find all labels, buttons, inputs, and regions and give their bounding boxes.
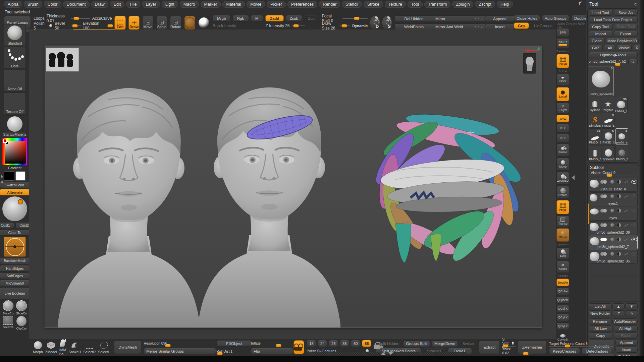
tool-thumb-r2c[interactable]: 6PM3D_S <box>602 128 615 144</box>
frame-button[interactable]: Frame <box>556 144 569 157</box>
material-selector[interactable]: StartupMateria <box>4 115 26 137</box>
goz-visible-button[interactable]: Visible <box>617 45 632 51</box>
visibility-eye-icon[interactable] <box>631 209 637 213</box>
brush-icon[interactable] <box>624 224 628 226</box>
move-out-folder-button[interactable]: ↱ <box>613 310 625 316</box>
softedges-button[interactable]: SoftEdges <box>0 273 30 279</box>
menu-tool[interactable]: Tool <box>408 1 423 8</box>
subtool-row-sphere35[interactable]: pm3d_sphere3d2_35 <box>589 250 638 264</box>
select-rect-button[interactable]: SelectR <box>84 341 96 354</box>
focal-shift-slider[interactable] <box>342 18 368 19</box>
menu-stroke[interactable]: Stroke <box>364 1 383 8</box>
imm-brush-button[interactable]: 14IMM Ba <box>59 339 66 356</box>
tool-thumb-simplebrush[interactable]: SSimpleB <box>589 113 601 128</box>
polypaint-icon[interactable] <box>600 223 608 227</box>
lightbox-tools-button[interactable]: Lightbox▶Tools <box>589 52 638 58</box>
zcut-button[interactable]: Zcut <box>304 15 319 21</box>
document-canvas[interactable] <box>45 46 542 328</box>
paint-sphere[interactable] <box>2 196 27 221</box>
groups-split-bottom-button[interactable]: Groups Split <box>403 341 430 347</box>
record-turntable-button[interactable] <box>293 340 304 354</box>
menu-picker[interactable]: Picker <box>267 1 286 8</box>
uv-groups-button[interactable]: Uv Groups <box>531 23 555 28</box>
tool-thumb-r3a[interactable]: PM3D_C <box>589 145 601 161</box>
smt-radio[interactable] <box>512 341 514 345</box>
elevation-slider[interactable] <box>107 25 112 26</box>
scroll-up-icon[interactable] <box>381 352 386 355</box>
rename-button[interactable]: Rename <box>589 318 611 324</box>
zsub-button[interactable]: Zsub <box>286 15 302 21</box>
clone-button[interactable]: Clone <box>589 38 605 44</box>
contrast-icon[interactable] <box>617 237 621 242</box>
paste-tool-button[interactable]: Paste Tool <box>614 24 638 30</box>
qcylx-button[interactable]: QCyl X <box>556 305 569 312</box>
rotate-z-button[interactable]: ↺Z <box>556 134 569 142</box>
tool-thumb-r2b[interactable]: 36PM3D_S <box>589 128 601 144</box>
hardedges-button[interactable]: HardEdges <box>0 265 30 272</box>
elevation-slider-label[interactable]: Elevation 100 <box>83 21 106 31</box>
insert-subtool-button[interactable]: Insert <box>615 347 638 353</box>
menu-preferences[interactable]: Preferences <box>287 1 317 8</box>
active-tool-r-button[interactable]: R <box>628 59 638 65</box>
menu-transform[interactable]: Transform <box>424 1 451 8</box>
select-lasso-button[interactable]: SelectL <box>98 341 110 354</box>
double-shelf-button[interactable]: Double <box>556 279 569 286</box>
polypaint-icon[interactable] <box>600 209 608 213</box>
menu-draw[interactable]: Draw <box>91 1 108 8</box>
subtool-up-button[interactable]: ▲ <box>612 303 625 309</box>
menu-stencil[interactable]: Stencil <box>342 1 362 8</box>
fillobject-button[interactable]: FillObject <box>216 340 252 347</box>
polish-mode-toggle[interactable] <box>49 24 53 28</box>
color-picker[interactable] <box>2 138 27 165</box>
list-all-button[interactable]: List All <box>589 303 611 309</box>
rgb-button[interactable]: Rgb <box>232 15 249 21</box>
local-button[interactable]: Local <box>556 87 569 101</box>
brush-icon[interactable] <box>624 180 628 183</box>
ghost-button[interactable]: Ghost <box>556 228 569 242</box>
slicecurve-brush[interactable]: SliceCu <box>2 300 14 315</box>
scroll-down-icon[interactable] <box>388 352 393 355</box>
s-smt-slider[interactable]: S Smt 0 <box>502 341 516 347</box>
polish-slider-label[interactable]: Polish 5 <box>34 21 47 31</box>
size-28-button[interactable]: 28 <box>329 340 338 347</box>
tool-thumb-cylinder[interactable]: Cylinde <box>589 97 601 112</box>
visibility-eye-icon[interactable] <box>631 194 637 198</box>
qcube-button[interactable]: QCube <box>556 288 569 295</box>
solo-button[interactable]: Solo <box>556 247 569 259</box>
size-85-button[interactable]: 85 <box>362 340 371 347</box>
current-brush-button[interactable] <box>184 16 196 30</box>
weldpoints-button[interactable]: WeldPoints <box>394 23 433 30</box>
tool-thumb-current[interactable]: 6 pm3d_sphere3d <box>589 66 613 96</box>
brush-icon[interactable] <box>624 252 628 255</box>
qcyly-button[interactable]: QCyl Y <box>556 314 569 321</box>
switch-button[interactable]: Switch <box>460 341 477 347</box>
subtool-title[interactable]: Subtool <box>589 165 638 171</box>
dynamic-toggle[interactable]: Dynamic <box>352 24 368 28</box>
copy-tool-button[interactable]: Copy Tool <box>589 24 613 30</box>
z-intensity-slider[interactable] <box>292 25 305 26</box>
mirror-button[interactable]: MirrorX Y Z <box>433 15 486 22</box>
accucurve-label[interactable]: AccuCurve <box>92 16 112 21</box>
current-material-button[interactable] <box>198 16 210 30</box>
load-tools-from-project-button[interactable]: Load Tools From Project <box>589 17 638 23</box>
menu-color[interactable]: Color <box>44 1 61 8</box>
polypaint-icon[interactable] <box>600 194 608 198</box>
brush-icon[interactable] <box>624 238 628 241</box>
restore-config-icon[interactable]: ↻ <box>634 2 638 7</box>
menu-help[interactable]: Help <box>497 1 513 8</box>
all-high-button[interactable]: All High <box>614 325 638 331</box>
left-tray-arrow-icon[interactable] <box>1 175 3 179</box>
subtool-row-eyes[interactable]: eyes <box>589 207 638 221</box>
flip-button[interactable]: Flip <box>251 348 293 354</box>
extract-button[interactable]: Extract <box>479 341 500 354</box>
canvas-scrollbar[interactable] <box>308 352 466 355</box>
rotate-view-button[interactable]: Rotate <box>556 186 569 199</box>
mrgb-button[interactable]: Mrgb <box>212 15 230 21</box>
switchcolor-button[interactable]: SwitchColor <box>0 182 30 188</box>
tool-thumb-r2a[interactable]: 36PM3D_S <box>615 97 628 113</box>
visibility-eye-icon[interactable] <box>631 180 637 184</box>
contrast-icon[interactable] <box>617 180 621 184</box>
tool-thumb-polymesh[interactable]: ★PolyMe <box>602 97 614 112</box>
floor-axes-label[interactable]: X Y Z <box>559 69 567 72</box>
subtool-row-sphere7-selected[interactable]: pm3d_sphere3d2_7 <box>589 236 638 249</box>
